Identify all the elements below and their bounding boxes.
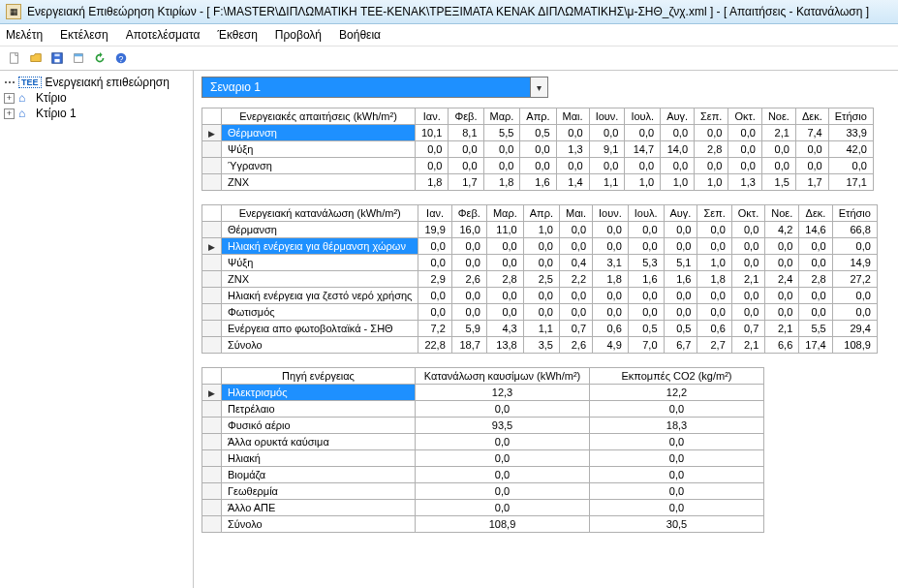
help-icon[interactable]: ? <box>112 49 130 67</box>
cell[interactable]: 5,1 <box>664 255 697 271</box>
cell[interactable]: 5,3 <box>628 255 664 271</box>
tree-item-building[interactable]: + ⌂ Κτίριο <box>2 90 191 106</box>
col-header[interactable]: Οκτ. <box>731 205 764 222</box>
cell[interactable]: 0,0 <box>832 288 877 304</box>
cell[interactable]: 0,0 <box>523 255 559 271</box>
cell[interactable]: 0,0 <box>761 141 795 158</box>
cell[interactable]: 42,0 <box>828 141 873 158</box>
cell[interactable]: 0,0 <box>832 238 877 255</box>
cell[interactable]: 108,9 <box>416 516 590 533</box>
cell[interactable]: 2,2 <box>559 271 592 288</box>
cell[interactable]: 0,5 <box>628 321 664 337</box>
cell[interactable]: 1,8 <box>593 271 629 288</box>
cell[interactable]: 2,5 <box>523 271 559 288</box>
cell[interactable]: 0,0 <box>416 450 590 467</box>
table-row[interactable]: Σύνολο108,930,5 <box>202 516 764 533</box>
row-label[interactable]: ΖΝΧ <box>222 174 416 191</box>
cell[interactable]: 93,5 <box>416 418 590 434</box>
cell[interactable]: 0,0 <box>556 125 589 141</box>
table-row[interactable]: Ψύξη0,00,00,00,01,39,114,714,02,80,00,00… <box>202 141 874 158</box>
row-label[interactable]: Ηλεκτρισμός <box>222 385 416 401</box>
cell[interactable]: 0,0 <box>628 304 664 321</box>
cell[interactable]: 17,1 <box>828 174 873 191</box>
col-header[interactable]: Αυγ. <box>664 205 697 222</box>
cell[interactable]: 0,0 <box>590 483 764 500</box>
cell[interactable]: 108,9 <box>832 337 877 354</box>
row-label[interactable]: Φωτισμός <box>222 304 418 321</box>
cell[interactable]: 0,0 <box>628 288 664 304</box>
col-header[interactable]: Μαι. <box>556 108 589 125</box>
cell[interactable]: 22,8 <box>418 337 451 354</box>
cell[interactable]: 0,0 <box>589 158 625 174</box>
cell[interactable]: 0,0 <box>486 304 523 321</box>
cell[interactable]: 2,1 <box>765 321 799 337</box>
col-header[interactable]: Φεβ. <box>449 108 483 125</box>
cell[interactable]: 10,1 <box>416 125 449 141</box>
cell[interactable]: 0,0 <box>697 288 731 304</box>
cell[interactable]: 0,0 <box>590 401 764 418</box>
cell[interactable]: 0,0 <box>832 304 877 321</box>
table-row[interactable]: Βιομάζα0,00,0 <box>202 467 764 483</box>
cell[interactable]: 1,0 <box>625 174 661 191</box>
cell[interactable]: 18,7 <box>451 337 486 354</box>
cell[interactable]: 0,0 <box>697 238 731 255</box>
cell[interactable]: 0,0 <box>418 288 451 304</box>
col-header[interactable]: Ιουλ. <box>628 205 664 222</box>
cell[interactable]: 2,7 <box>697 337 731 354</box>
cell[interactable]: 0,0 <box>731 238 764 255</box>
cell[interactable]: 0,0 <box>799 238 832 255</box>
cell[interactable]: 0,0 <box>728 125 761 141</box>
cell[interactable]: 6,6 <box>765 337 799 354</box>
menu-view[interactable]: Προβολή <box>275 28 322 42</box>
row-label[interactable]: Ηλιακή ενέργεια για θέρμανση χώρων <box>222 238 418 255</box>
col-header[interactable]: Νοε. <box>761 108 795 125</box>
cell[interactable]: 30,5 <box>590 516 764 533</box>
cell[interactable]: 0,0 <box>520 141 556 158</box>
save-icon[interactable] <box>48 49 66 67</box>
cell[interactable]: 0,6 <box>593 321 629 337</box>
cell[interactable]: 27,2 <box>832 271 877 288</box>
cell[interactable]: 1,8 <box>416 174 449 191</box>
cell[interactable]: 2,1 <box>761 125 795 141</box>
row-label[interactable]: Ύγρανση <box>222 158 416 174</box>
table-row[interactable]: Ψύξη0,00,00,00,00,43,15,35,11,00,00,00,0… <box>202 255 878 271</box>
col-header[interactable]: Σεπ. <box>697 205 731 222</box>
table-row[interactable]: Φωτισμός0,00,00,00,00,00,00,00,00,00,00,… <box>202 304 878 321</box>
cell[interactable]: 0,0 <box>593 238 629 255</box>
cell[interactable]: 0,0 <box>731 288 764 304</box>
row-label[interactable]: Ηλιακή <box>222 450 416 467</box>
cell[interactable]: 0,0 <box>486 288 523 304</box>
cell[interactable]: 0,0 <box>590 500 764 516</box>
cell[interactable]: 0,0 <box>799 255 832 271</box>
cell[interactable]: 5,9 <box>451 321 486 337</box>
cell[interactable]: 0,0 <box>593 222 629 238</box>
col-header[interactable]: Απρ. <box>523 205 559 222</box>
cell[interactable]: 7,4 <box>795 125 828 141</box>
cell[interactable]: 0,0 <box>593 288 629 304</box>
col-header[interactable]: Ιουλ. <box>625 108 661 125</box>
cell[interactable]: 0,0 <box>416 401 590 418</box>
cell[interactable]: 29,4 <box>832 321 877 337</box>
cell[interactable]: 1,0 <box>523 222 559 238</box>
cell[interactable]: 0,0 <box>765 288 799 304</box>
cell[interactable]: 0,7 <box>559 321 592 337</box>
cell[interactable]: 0,0 <box>731 255 764 271</box>
table-row[interactable]: Άλλο ΑΠΕ0,00,0 <box>202 500 764 516</box>
table-row[interactable]: ΖΝΧ1,81,71,81,61,41,11,01,01,01,31,51,71… <box>202 174 874 191</box>
col-header[interactable]: Νοε. <box>765 205 799 222</box>
cell[interactable]: 0,0 <box>416 500 590 516</box>
col-header[interactable]: Εκπομπές CO2 (kg/m²) <box>590 368 764 385</box>
cell[interactable]: 1,7 <box>795 174 828 191</box>
tree-item-building-1[interactable]: + ⌂ Κτίριο 1 <box>2 106 191 121</box>
row-label[interactable]: Ηλιακή ενέργεια για ζεστό νερό χρήσης <box>222 288 418 304</box>
cell[interactable]: 1,6 <box>628 271 664 288</box>
cell[interactable]: 0,0 <box>765 238 799 255</box>
cell[interactable]: 0,0 <box>483 158 520 174</box>
cell[interactable]: 0,0 <box>589 125 625 141</box>
col-header[interactable]: Ιαν. <box>418 205 451 222</box>
table-row[interactable]: Ενέργεια απο φωτοβολταϊκά - ΣΗΘ7,25,94,3… <box>202 321 878 337</box>
cell[interactable]: 1,0 <box>661 174 695 191</box>
sources-grid[interactable]: Πηγή ενέργειαςΚατανάλωση καυσίμων (kWh/m… <box>201 367 764 533</box>
cell[interactable]: 0,0 <box>661 125 695 141</box>
col-header[interactable]: Μαι. <box>559 205 592 222</box>
